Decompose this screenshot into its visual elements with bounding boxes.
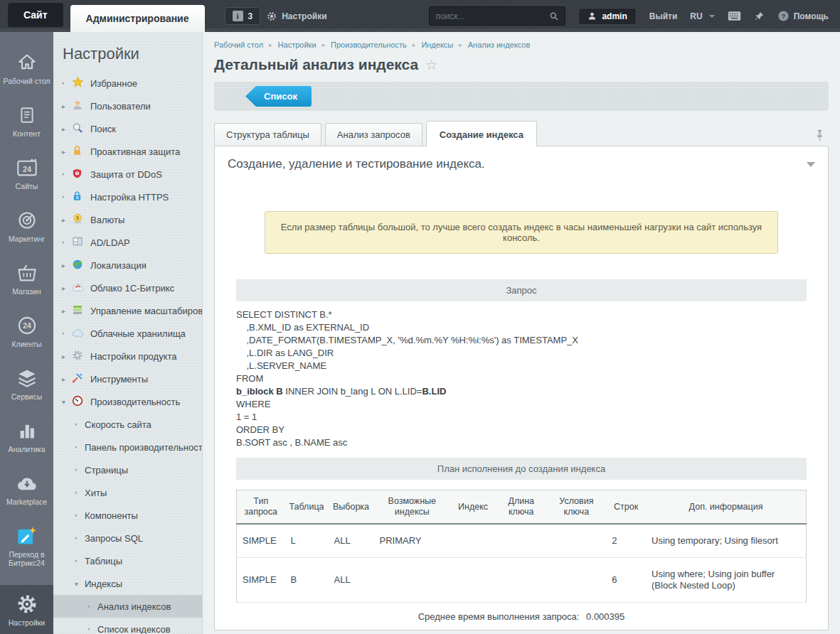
menu-item[interactable]: ▪Хиты bbox=[53, 481, 202, 504]
menu-item[interactable]: ▸Настройки продукта bbox=[53, 345, 202, 367]
menu-item[interactable]: ▸Локализация bbox=[53, 254, 202, 276]
language-selector[interactable]: RU bbox=[690, 11, 714, 21]
doc-icon bbox=[18, 104, 36, 126]
menu-item[interactable]: ▸Управление масштабирован bbox=[53, 299, 202, 322]
breadcrumb-separator-icon: ▸ bbox=[322, 41, 326, 48]
table-cell bbox=[450, 524, 496, 558]
sidebar-item-label: Сайты bbox=[16, 182, 38, 190]
notifications-button[interactable]: i 3 bbox=[225, 7, 261, 25]
menu-item[interactable]: ▸Проактивная защита bbox=[53, 140, 202, 163]
pin-icon[interactable] bbox=[754, 11, 765, 21]
sidebar-item-basket[interactable]: Магазин bbox=[0, 255, 53, 303]
menu-item-label: Таблицы bbox=[85, 556, 122, 566]
form-panel: Создание, удаление и тестирование индекс… bbox=[214, 146, 829, 630]
sidebar-item-label: Контент bbox=[13, 129, 41, 138]
menu-item-label: Список индексов bbox=[97, 624, 171, 634]
menu-item[interactable]: ▸Инструменты bbox=[53, 367, 202, 390]
sidebar-item-layers[interactable]: Сервисы bbox=[0, 360, 53, 408]
menu-item[interactable]: ▪Скорость сайта bbox=[53, 413, 202, 436]
menu-item[interactable]: ▪Избранное bbox=[53, 72, 202, 95]
chevron-right-icon: ▸ bbox=[62, 284, 72, 292]
sidebar-item-gear[interactable]: Настройки bbox=[0, 585, 53, 634]
sidebar-item-home[interactable]: Рабочий стол bbox=[0, 45, 53, 92]
chevron-right-icon: ▸ bbox=[62, 216, 72, 224]
menu-item[interactable]: ▪Анализ индексов bbox=[53, 595, 202, 618]
breadcrumb-link[interactable]: Производительность bbox=[331, 41, 407, 49]
user-menu-button[interactable]: admin bbox=[578, 8, 636, 25]
user-icon bbox=[72, 100, 83, 111]
menu-item-label: Инструменты bbox=[90, 374, 148, 385]
breadcrumb-link[interactable]: Анализ индексов bbox=[468, 41, 530, 49]
breadcrumb-separator-icon: ▸ bbox=[269, 41, 272, 48]
context-toolbar: Список bbox=[214, 82, 829, 111]
table-cell: Using where; Using join buffer (Block Ne… bbox=[646, 558, 806, 603]
table-cell: 2 bbox=[606, 524, 646, 558]
section-title: Создание, удаление и тестирование индекс… bbox=[228, 157, 485, 171]
breadcrumb-link[interactable]: Рабочий стол bbox=[214, 41, 263, 49]
menu-item[interactable]: ▪Список индексов bbox=[53, 618, 202, 634]
search-icon[interactable] bbox=[549, 11, 559, 21]
tab-inactive[interactable]: Анализ запросов bbox=[325, 123, 422, 146]
favorite-star-icon[interactable]: ☆ bbox=[425, 57, 437, 73]
menu-item[interactable]: ▪Таблицы bbox=[53, 549, 202, 572]
settings-menu: Настройки ▪Избранное▸Пользователи▸Поиск▸… bbox=[53, 32, 203, 634]
sidebar-item-doc[interactable]: Контент bbox=[0, 97, 53, 145]
menu-item[interactable]: ▾Производительность bbox=[53, 390, 202, 413]
tab-site[interactable]: Сайт bbox=[8, 3, 63, 27]
search-input[interactable] bbox=[435, 11, 549, 21]
menu-item[interactable]: ▪Облачные хранилища bbox=[53, 322, 202, 345]
menu-item[interactable]: ▪AD/LDAP bbox=[53, 231, 202, 254]
menu-item[interactable]: ▸Облако 1С-Битрикс bbox=[53, 276, 202, 299]
bullet-icon: ▪ bbox=[75, 466, 85, 473]
sidebar-item-label: Настройки bbox=[9, 618, 46, 627]
sidebar-item-chart[interactable]: Аналитика bbox=[0, 413, 53, 461]
bullet-icon: ▪ bbox=[75, 444, 85, 451]
bullet-icon: ▪ bbox=[75, 489, 85, 496]
logout-link[interactable]: Выйти bbox=[649, 11, 678, 21]
table-cell: Using temporary; Using filesort bbox=[646, 524, 806, 558]
speedometer-icon bbox=[72, 395, 83, 407]
topbar-settings-label: Настройки bbox=[282, 11, 326, 21]
menu-item[interactable]: ▸Поиск bbox=[53, 117, 202, 140]
target-icon bbox=[17, 210, 37, 231]
menu-item-label: Управление масштабирован bbox=[90, 306, 202, 316]
breadcrumb-link[interactable]: Индексы bbox=[421, 41, 453, 49]
sidebar-item-bitrix24[interactable]: Переход в Битрикс24 bbox=[0, 518, 53, 574]
table-header-cell: Возможные индексы bbox=[374, 490, 451, 525]
collapse-section-icon[interactable] bbox=[807, 162, 815, 167]
list-button[interactable]: Список bbox=[245, 86, 312, 107]
layers-icon bbox=[16, 367, 38, 389]
menu-item-label: Компоненты bbox=[85, 510, 138, 521]
sidebar-item-target[interactable]: Маркетинг bbox=[0, 203, 53, 250]
topbar-settings-button[interactable]: Настройки bbox=[266, 11, 326, 22]
menu-item[interactable]: ▸Пользователи bbox=[53, 95, 202, 117]
menu-item[interactable]: ▾Индексы bbox=[53, 572, 202, 595]
pin-tabs-icon[interactable] bbox=[815, 129, 829, 146]
sidebar-item-clients24[interactable]: 24Клиенты bbox=[0, 308, 53, 355]
bullet-icon: ▪ bbox=[87, 603, 97, 610]
bullet-icon: ▪ bbox=[62, 239, 72, 246]
search-icon bbox=[72, 122, 83, 134]
home-icon bbox=[16, 52, 38, 73]
tab-active[interactable]: Создание индекса bbox=[426, 121, 537, 146]
menu-item[interactable]: ▪Запросы SQL bbox=[53, 527, 202, 549]
breadcrumb-link[interactable]: Настройки bbox=[278, 41, 317, 49]
menu-item[interactable]: ▸$Валюты bbox=[53, 208, 202, 231]
sidebar-item-cloud-download[interactable]: Marketplace bbox=[0, 466, 53, 513]
menu-item[interactable]: ▪Компоненты bbox=[53, 504, 202, 527]
avg-time-value: 0.000395 bbox=[586, 611, 624, 622]
svg-text:24: 24 bbox=[22, 165, 31, 173]
tab-inactive[interactable]: Структура таблицы bbox=[214, 123, 321, 146]
table-header-cell: Длина ключа bbox=[496, 490, 547, 525]
tab-administration[interactable]: Администрирование bbox=[70, 5, 205, 32]
sidebar-item-sites24[interactable]: 24Сайты bbox=[0, 150, 53, 198]
menu-item-label: Хиты bbox=[85, 488, 107, 498]
chevron-right-icon: ▸ bbox=[62, 307, 72, 315]
help-button[interactable]: ? Помощь bbox=[777, 10, 829, 22]
menu-item[interactable]: ▪Панель производительности bbox=[53, 436, 202, 458]
menu-item[interactable]: ▪Защита от DDoS bbox=[53, 163, 202, 186]
table-cell bbox=[547, 558, 607, 603]
hotkeys-keyboard-icon[interactable] bbox=[728, 11, 741, 21]
menu-item[interactable]: ▪SНастройка HTTPS bbox=[53, 186, 202, 208]
menu-item[interactable]: ▪Страницы bbox=[53, 458, 202, 481]
